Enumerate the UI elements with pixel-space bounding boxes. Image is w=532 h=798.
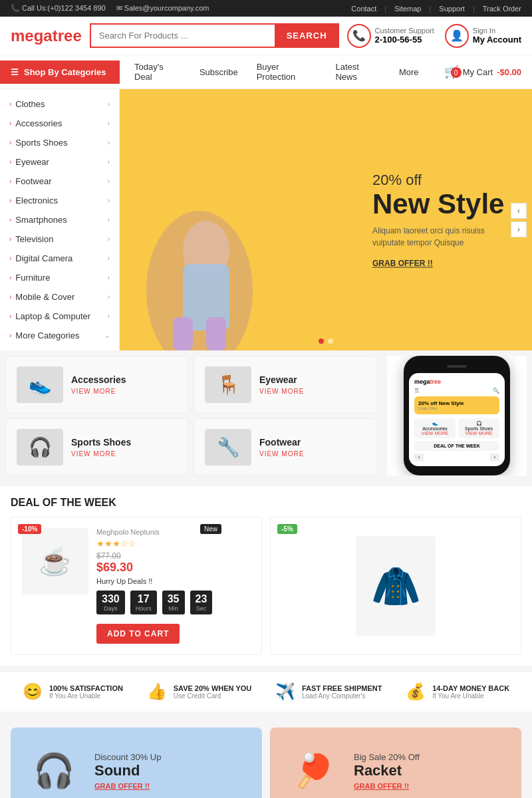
support-link[interactable]: Support [439, 5, 465, 13]
sidebar-item-electronics[interactable]: ›Electronics › [0, 191, 119, 210]
track-order-link[interactable]: Track Order [483, 5, 521, 13]
promo-racket-cta[interactable]: GRAB OFFER !! [354, 782, 420, 790]
deal-price-new: $69.30 [96, 561, 251, 575]
category-card-footwear[interactable]: 🔧 Footwear VIEW MORE [194, 418, 376, 475]
promo-card-sound: 🎧 Discount 30% Up Sound GRAB OFFER !! [11, 728, 262, 798]
category-grid: 👟 Accessories VIEW MORE 🪑 Eyewear VIEW M… [5, 356, 376, 475]
sidebar-item-television[interactable]: ›Television › [0, 229, 119, 249]
feat-save-sub: Use Credit Card [174, 692, 252, 700]
add-to-cart-button[interactable]: ADD TO CART [96, 624, 180, 644]
hero-dot-2[interactable] [328, 338, 333, 344]
hero-dot-1[interactable] [319, 338, 324, 344]
logo-suffix: tree [53, 27, 82, 45]
header-right: 📞 Customer Support 2-100-56-55 👤 Sign In… [347, 24, 521, 48]
deal-section-title: DEAL OF THE WEEK [11, 497, 521, 509]
promo-sound-cta[interactable]: GRAB OFFER !! [94, 782, 161, 790]
cat-eyewear-link[interactable]: VIEW MORE [259, 388, 304, 395]
arrow-right-icon: › [108, 158, 110, 166]
nav-todays-deal[interactable]: Today's Deal [125, 55, 190, 88]
sidebar-item-footwear[interactable]: ›Footwear › [0, 172, 119, 191]
sidebar-item-furniture[interactable]: ›Furniture › [0, 268, 119, 287]
feat-satisfaction-sub: If You Are Unable [49, 692, 123, 700]
cat-footwear-link[interactable]: VIEW MORE [259, 450, 304, 458]
arrow-left-icon: › [9, 197, 11, 204]
sidebar-item-mobile-cover[interactable]: ›Mobile & Cover › [0, 287, 119, 307]
sidebar-label: Television [15, 234, 53, 244]
hero-dots [319, 338, 333, 344]
deal-cards: -10% New ☕ Meghpolo Neptunis ★★★☆☆ $77.0… [11, 517, 521, 655]
nav-more[interactable]: More [390, 61, 428, 84]
account-group[interactable]: 👤 Sign In My Account [445, 24, 521, 48]
nav-latest-news[interactable]: Latest News [326, 55, 390, 88]
category-card-accessories[interactable]: 👟 Accessories VIEW MORE [5, 356, 188, 413]
sidebar-item-smartphones[interactable]: ›Smartphones › [0, 210, 119, 229]
main-nav: ☰ Shop By Categories Today's Deal Subscr… [0, 55, 532, 89]
feature-satisfaction: 😊 100% SATISFACTION If You Are Unable [23, 682, 123, 701]
hero-model-image [133, 158, 293, 350]
sidebar-item-eyewear[interactable]: ›Eyewear › [0, 152, 119, 172]
sidebar-item-accessories[interactable]: ›Accessories › [0, 114, 119, 133]
sidebar-label: Digital Camera [15, 253, 72, 263]
search-input[interactable] [90, 23, 275, 48]
feature-shipping: ✈️ FAST FREE SHIPMENT Load Any Computer'… [275, 682, 382, 701]
deal-hurry-text: Hurry Up Deals !! [96, 577, 251, 585]
phone-prev-btn[interactable]: ‹ [414, 454, 424, 461]
top-bar-links: Contact | Sitemap | Support | Track Orde… [351, 5, 521, 13]
cart-button[interactable]: 🛒0 My Cart -$0.00 [434, 59, 532, 84]
cart-icon: 🛒0 [444, 65, 459, 79]
sidebar-item-clothes[interactable]: ›Clothes › [0, 94, 119, 114]
money-back-icon: 💰 [406, 682, 426, 701]
feat-shipping-title: FAST FREE SHIPMENT [302, 684, 382, 692]
sidebar-item-digital-camera[interactable]: ›Digital Camera › [0, 249, 119, 268]
nav-subscribe[interactable]: Subscribe [190, 61, 247, 84]
mobile-preview: megatree ☰ 🔍 20% off New Style Grab Offe… [387, 356, 527, 475]
cat-accessories-link[interactable]: VIEW MORE [71, 388, 126, 395]
arrow-left-icon: › [9, 120, 11, 127]
sidebar-item-more-categories[interactable]: ›More Categories ⌄ [0, 326, 119, 345]
phone-screen: megatree ☰ 🔍 20% off New Style Grab Offe… [409, 373, 505, 466]
deal-price-old: $77.00 [96, 551, 251, 561]
top-bar: Call Us:(+0)122 3454 890 Sales@yourcompa… [0, 0, 532, 17]
search-button[interactable]: SEARCH [275, 23, 339, 48]
sidebar-label: Electronics [15, 196, 58, 205]
phone-mockup: megatree ☰ 🔍 20% off New Style Grab Offe… [404, 356, 510, 475]
sidebar-item-laptop[interactable]: ›Laptop & Computer › [0, 307, 119, 326]
deal-card-1: -10% New ☕ Meghpolo Neptunis ★★★☆☆ $77.0… [11, 517, 262, 655]
search-bar: SEARCH [90, 23, 339, 48]
sitemap-link[interactable]: Sitemap [394, 5, 421, 13]
promo-racket-text: Big Sale 20% Off Racket GRAB OFFER !! [354, 752, 420, 790]
hero-prev-arrow[interactable]: ‹ [511, 203, 527, 219]
hero-section: ›Clothes › ›Accessories › ›Sports Shoes … [0, 89, 532, 350]
deal-card-2: -5% 🧥 [270, 517, 521, 655]
svg-rect-4 [206, 317, 226, 350]
phone-logo: megatree [414, 378, 499, 385]
category-card-sports-shoes[interactable]: 🎧 Sports Shoes VIEW MORE [5, 418, 188, 475]
hero-text: 20% off New Style Aliquam laoreet orci q… [372, 172, 505, 268]
shipping-icon: ✈️ [275, 682, 295, 701]
phone-next-btn[interactable]: › [490, 454, 499, 461]
deal-new-tag: New [200, 524, 221, 534]
sidebar-label: Footwear [15, 176, 51, 186]
cat-sports-shoes-link[interactable]: VIEW MORE [71, 450, 131, 458]
arrow-left-icon: › [9, 255, 11, 262]
account-label: Sign In [473, 27, 521, 35]
hero-next-arrow[interactable]: › [511, 221, 527, 237]
sports-shoes-image: 🎧 [17, 429, 63, 466]
chevron-down-icon: ⌄ [104, 332, 110, 339]
nav-buyer-protection[interactable]: Buyer Protection [247, 55, 327, 88]
feature-money-back: 💰 14-DAY MONEY BACK If You Are Unable [406, 682, 509, 701]
shop-by-categories-btn[interactable]: ☰ Shop By Categories [0, 61, 120, 84]
hero-percent: 20% off [372, 172, 505, 189]
arrow-right-icon: › [108, 197, 110, 204]
hero-cta-link[interactable]: GRAB OFFER !! [372, 259, 433, 268]
header: megatree SEARCH 📞 Customer Support 2-100… [0, 17, 532, 55]
logo-prefix: mega [11, 27, 53, 45]
sidebar-item-sports-shoes[interactable]: ›Sports Shoes › [0, 133, 119, 152]
support-phone: 2-100-56-55 [375, 35, 422, 45]
deal-info-1: Meghpolo Neptunis ★★★☆☆ $77.00 $69.30 Hu… [96, 528, 251, 644]
category-card-eyewear[interactable]: 🪑 Eyewear VIEW MORE [194, 356, 376, 413]
arrow-right-icon: › [108, 139, 110, 146]
contact-link[interactable]: Contact [351, 5, 376, 13]
feat-money-back-title: 14-DAY MONEY BACK [432, 684, 509, 692]
sidebar-label: Smartphones [15, 215, 66, 225]
